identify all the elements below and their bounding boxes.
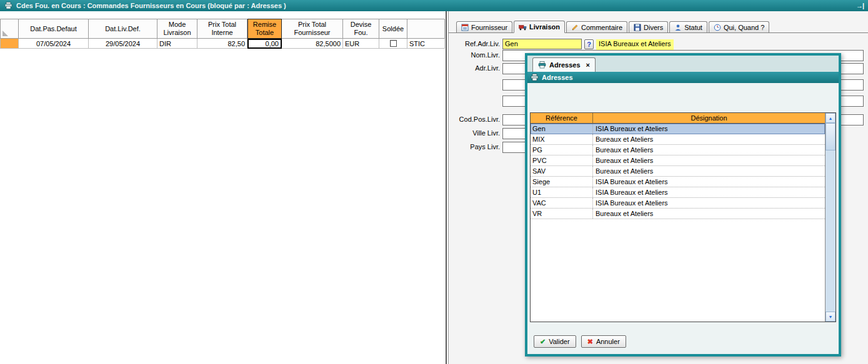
detail-tabstrip: Fournisseur Livraison Commentaire Divers… xyxy=(449,20,868,33)
check-icon: ✔ xyxy=(540,338,546,346)
cell-reference[interactable]: PG xyxy=(531,145,593,155)
cell-mode-livraison[interactable]: DIR xyxy=(157,39,197,49)
scrollbar-thumb[interactable] xyxy=(826,123,836,150)
cell-reference[interactable]: VR xyxy=(531,209,593,219)
col-header-designation[interactable]: Désignation xyxy=(593,113,825,124)
cell-reference[interactable]: Gen xyxy=(531,124,593,134)
scrollbar-track[interactable] xyxy=(826,150,836,312)
cell-reference[interactable]: SAV xyxy=(531,166,593,176)
label-adr-livr: Adr.Livr. xyxy=(450,64,500,72)
tab-divers[interactable]: Divers xyxy=(629,21,668,32)
pencil-icon xyxy=(571,24,579,31)
label-ville-livr: Ville Livr. xyxy=(450,129,500,137)
scroll-down-icon[interactable]: ▼ xyxy=(826,312,836,322)
address-row[interactable]: PG Bureaux et Ateliers xyxy=(531,145,825,155)
popup-header-bar: Adresses xyxy=(527,72,839,83)
delivery-truck-icon xyxy=(519,24,527,31)
col-header-prix-total-interne[interactable]: Prix Total Interne xyxy=(197,19,247,39)
col-header-mode-livraison[interactable]: Mode Livraison xyxy=(157,19,197,39)
tab-livraison[interactable]: Livraison xyxy=(514,21,565,33)
address-row[interactable]: SAV Bureaux et Ateliers xyxy=(531,166,825,177)
col-header-prix-total-fournisseur[interactable]: Prix Total Fournisseur xyxy=(282,19,343,39)
cell-designation[interactable]: ISIA Bureaux et Ateliers xyxy=(593,124,825,134)
tab-fournisseur-label: Fournisseur xyxy=(471,24,507,31)
tab-commentaire[interactable]: Commentaire xyxy=(566,21,627,32)
popup-tab-label: Adresses xyxy=(549,61,581,69)
valider-label: Valider xyxy=(549,338,569,345)
address-row[interactable]: U1 ISIA Bureaux et Ateliers xyxy=(531,187,825,198)
clock-icon xyxy=(714,24,721,31)
app-window: Cdes Fou. en Cours : Commandes Fournisse… xyxy=(0,0,868,364)
col-header-remise-totale[interactable]: Remise Totale xyxy=(247,19,282,39)
collapse-panel-arrow[interactable]: →| xyxy=(856,2,864,9)
cell-prix-total-interne[interactable]: 82,50 xyxy=(197,39,247,49)
popup-tab-close-icon[interactable]: × xyxy=(586,61,590,69)
orders-grid: Dat.Pas.Defaut Dat.Liv.Def. Mode Livrais… xyxy=(0,19,445,49)
cell-reference[interactable]: U1 xyxy=(531,187,593,197)
address-row[interactable]: Siege ISIA Bureaux et Ateliers xyxy=(531,177,825,187)
cell-reference[interactable]: PVC xyxy=(531,155,593,165)
cell-designation[interactable]: Bureaux et Ateliers xyxy=(593,145,825,155)
cross-icon: ✖ xyxy=(587,338,593,346)
ref-adr-liv-help-button[interactable]: ? xyxy=(584,39,594,49)
col-header-soldee[interactable]: Soldée xyxy=(379,19,407,39)
tab-statut[interactable]: Statut xyxy=(669,21,707,32)
tab-fournisseur[interactable]: Fournisseur xyxy=(456,21,512,32)
window-title: Cdes Fou. en Cours : Commandes Fournisse… xyxy=(16,2,286,9)
floppy-disk-icon xyxy=(634,24,641,31)
annuler-label: Annuler xyxy=(596,338,620,345)
addresses-table-header: Référence Désignation xyxy=(531,113,825,124)
corner-triangle-icon xyxy=(2,31,8,36)
ref-adr-liv-input[interactable]: Gen xyxy=(502,39,582,49)
cell-reference[interactable]: VAC xyxy=(531,198,593,208)
label-ref-adr-liv: Ref.Adr.Liv. xyxy=(450,40,500,47)
annuler-button[interactable]: ✖ Annuler xyxy=(581,335,626,348)
address-row[interactable]: MIX Bureaux et Ateliers xyxy=(531,134,825,145)
cell-soldee[interactable] xyxy=(379,39,407,49)
address-row[interactable]: VAC ISIA Bureaux et Ateliers xyxy=(531,198,825,209)
soldee-checkbox[interactable] xyxy=(390,40,397,47)
cell-devise-fou[interactable]: EUR xyxy=(343,39,379,49)
col-header-devise-fou[interactable]: Devise Fou. xyxy=(343,19,379,39)
col-header-dat-liv-def[interactable]: Dat.Liv.Def. xyxy=(89,19,157,39)
addresses-scrollbar[interactable]: ▲ ▼ xyxy=(825,113,836,322)
label-cod-pos-livr: Cod.Pos.Livr. xyxy=(450,116,500,123)
cell-designation[interactable]: ISIA Bureaux et Ateliers xyxy=(593,198,825,208)
addresses-table-body: Référence Désignation Gen ISIA Bureaux e… xyxy=(531,113,825,322)
scroll-up-icon[interactable]: ▲ xyxy=(826,113,836,123)
address-row[interactable]: PVC Bureaux et Ateliers xyxy=(531,155,825,166)
printer-icon xyxy=(538,61,546,69)
label-pays-livr: Pays Livr. xyxy=(450,143,500,150)
tab-qui-quand[interactable]: Qui, Quand ? xyxy=(709,21,769,32)
cell-dat-pas-defaut[interactable]: 07/05/2024 xyxy=(19,39,89,49)
cell-dat-liv-def[interactable]: 29/05/2024 xyxy=(89,39,157,49)
cell-designation[interactable]: Bureaux et Ateliers xyxy=(593,134,825,144)
cell-designation[interactable]: Bureaux et Ateliers xyxy=(593,166,825,176)
cell-code[interactable]: STIC xyxy=(407,39,445,49)
cell-reference[interactable]: Siege xyxy=(531,177,593,187)
select-all-corner[interactable] xyxy=(0,19,19,39)
orders-grid-header: Dat.Pas.Defaut Dat.Liv.Def. Mode Livrais… xyxy=(0,19,445,39)
row-selector-cell[interactable] xyxy=(0,39,19,49)
tab-livraison-label: Livraison xyxy=(529,23,560,31)
cell-reference[interactable]: MIX xyxy=(531,134,593,144)
cell-designation[interactable]: Bureaux et Ateliers xyxy=(593,209,825,219)
cell-remise-totale-focused[interactable]: 0,00 xyxy=(247,39,282,49)
tab-divers-label: Divers xyxy=(644,24,663,31)
cell-prix-total-fournisseur[interactable]: 82,5000 xyxy=(282,39,343,49)
popup-buttons: ✔ Valider ✖ Annuler xyxy=(534,335,626,348)
cell-designation[interactable]: Bureaux et Ateliers xyxy=(593,155,825,165)
cell-designation[interactable]: ISIA Bureaux et Ateliers xyxy=(593,187,825,197)
addresses-table: Référence Désignation Gen ISIA Bureaux e… xyxy=(530,112,836,322)
supplier-card-icon xyxy=(461,24,469,31)
address-row[interactable]: VR Bureaux et Ateliers xyxy=(531,209,825,219)
tab-qui-quand-label: Qui, Quand ? xyxy=(724,24,764,31)
cell-designation[interactable]: ISIA Bureaux et Ateliers xyxy=(593,177,825,187)
order-row[interactable]: 07/05/2024 29/05/2024 DIR 82,50 0,00 82,… xyxy=(0,39,445,49)
popup-tabstrip: Adresses × xyxy=(527,56,839,72)
valider-button[interactable]: ✔ Valider xyxy=(534,335,576,348)
col-header-dat-pas-defaut[interactable]: Dat.Pas.Defaut xyxy=(19,19,89,39)
col-header-reference[interactable]: Référence xyxy=(531,113,593,124)
popup-tab-adresses[interactable]: Adresses × xyxy=(532,57,596,72)
address-row-selected[interactable]: Gen ISIA Bureaux et Ateliers xyxy=(531,124,825,134)
